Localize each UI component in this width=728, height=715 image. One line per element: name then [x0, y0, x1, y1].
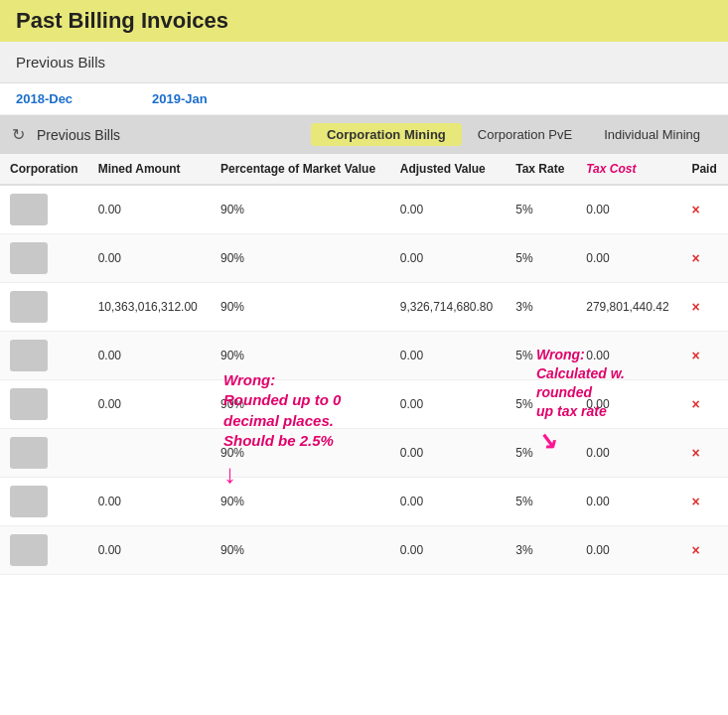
cell-delete[interactable]: ×	[681, 332, 728, 380]
cell-tax-cost: 0.00	[576, 478, 681, 526]
col-header-tax-cost: Tax Cost	[576, 154, 681, 185]
cell-delete[interactable]: ×	[681, 526, 728, 575]
cell-percentage: 90%	[211, 234, 390, 283]
cell-adjusted-value: 0.00	[390, 429, 506, 478]
cell-adjusted-value: 0.00	[390, 332, 506, 380]
cell-mined-amount: 0.00	[88, 332, 211, 380]
cell-tax-rate: 3%	[506, 283, 576, 332]
table-row: 0.00 90% 0.00 5% 0.00 ×	[0, 478, 728, 526]
cell-mined-amount: 0.00	[88, 185, 211, 234]
col-header-corporation: Corporation	[0, 154, 88, 185]
cell-avatar	[0, 283, 88, 332]
cell-percentage: 90%	[211, 380, 390, 429]
cell-adjusted-value: 9,326,714,680.80	[390, 283, 506, 332]
cell-tax-rate: 3%	[506, 526, 576, 575]
col-header-percentage: Percentage of Market Value	[211, 154, 390, 185]
cell-tax-cost: 0.00	[576, 526, 681, 575]
cell-delete[interactable]: ×	[681, 429, 728, 478]
cell-tax-cost: 0.00	[576, 429, 681, 478]
date-tab-dec[interactable]: 2018-Dec	[16, 91, 73, 106]
cell-percentage: 90%	[211, 526, 390, 575]
date-tab-jan[interactable]: 2019-Jan	[152, 91, 208, 106]
cell-avatar	[0, 380, 88, 429]
table-row: 10,363,016,312.00 90% 9,326,714,680.80 3…	[0, 283, 728, 332]
cell-tax-cost: 279,801,440.42	[576, 283, 681, 332]
cell-tax-cost: 0.00	[576, 234, 681, 283]
col-header-mined-amount: Mined Amount	[88, 154, 211, 185]
prev-bills-header-top: Previous Bills	[0, 42, 728, 83]
cell-delete[interactable]: ×	[681, 234, 728, 283]
tab-corporation-mining[interactable]: Corporation Mining	[311, 123, 462, 146]
undo-icon: ↻	[12, 125, 25, 144]
cell-adjusted-value: 0.00	[390, 234, 506, 283]
cell-tax-rate: 5%	[506, 380, 576, 429]
cell-adjusted-value: 0.00	[390, 478, 506, 526]
cell-delete[interactable]: ×	[681, 185, 728, 234]
table-row: 0.00 90% 0.00 5% 0.00 ×	[0, 234, 728, 283]
table-row: 0.00 90% 0.00 5% 0.00 ×	[0, 185, 728, 234]
cell-avatar	[0, 429, 88, 478]
cell-adjusted-value: 0.00	[390, 380, 506, 429]
cell-percentage: 90%	[211, 185, 390, 234]
cell-percentage: 90%	[211, 283, 390, 332]
cell-percentage: 90%	[211, 332, 390, 380]
cell-percentage: 90%	[211, 429, 390, 478]
invoices-table-container: Corporation Mined Amount Percentage of M…	[0, 154, 728, 575]
date-tabs-bar: 2018-Dec 2019-Jan	[0, 83, 728, 115]
page-title: Past Billing Invoices	[0, 0, 728, 42]
col-header-tax-rate: Tax Rate	[506, 154, 576, 185]
cell-tax-rate: 5%	[506, 429, 576, 478]
cell-avatar	[0, 185, 88, 234]
cell-tax-cost: 0.00	[576, 185, 681, 234]
invoices-table: Corporation Mined Amount Percentage of M…	[0, 154, 728, 575]
cell-mined-amount: 0.00	[88, 478, 211, 526]
table-row: 0.00 90% 0.00 5% 0.00 ×	[0, 332, 728, 380]
cell-tax-rate: 5%	[506, 478, 576, 526]
cell-tax-rate: 5%	[506, 332, 576, 380]
cell-delete[interactable]: ×	[681, 478, 728, 526]
section-header-bar: ↻ Previous Bills Corporation Mining Corp…	[0, 115, 728, 154]
cell-adjusted-value: 0.00	[390, 185, 506, 234]
cell-percentage: 90%	[211, 478, 390, 526]
cell-mined-amount: 0.00	[88, 526, 211, 575]
cell-adjusted-value: 0.00	[390, 526, 506, 575]
cell-mined-amount: 10,363,016,312.00	[88, 283, 211, 332]
cell-tax-cost: 0.00	[576, 380, 681, 429]
tab-individual-mining[interactable]: Individual Mining	[588, 123, 716, 146]
cell-tax-rate: 5%	[506, 234, 576, 283]
cell-avatar	[0, 478, 88, 526]
cell-mined-amount: 0.00	[88, 234, 211, 283]
table-row: 0.00 90% 0.00 3% 0.00 ×	[0, 526, 728, 575]
cell-avatar	[0, 526, 88, 575]
section-header-title: Previous Bills	[37, 127, 120, 143]
tab-corporation-pve[interactable]: Corporation PvE	[462, 123, 588, 146]
cell-mined-amount	[88, 429, 211, 478]
table-row: 90% 0.00 5% 0.00 ×	[0, 429, 728, 478]
cell-delete[interactable]: ×	[681, 380, 728, 429]
cell-mined-amount: 0.00	[88, 380, 211, 429]
section-tabs: Corporation Mining Corporation PvE Indiv…	[311, 123, 716, 146]
cell-tax-cost: 0.00	[576, 332, 681, 380]
cell-delete[interactable]: ×	[681, 283, 728, 332]
col-header-adjusted-value: Adjusted Value	[390, 154, 506, 185]
cell-avatar	[0, 332, 88, 380]
table-row: 0.00 90% 0.00 5% 0.00 ×	[0, 380, 728, 429]
cell-tax-rate: 5%	[506, 185, 576, 234]
cell-avatar	[0, 234, 88, 283]
col-header-paid: Paid	[681, 154, 728, 185]
